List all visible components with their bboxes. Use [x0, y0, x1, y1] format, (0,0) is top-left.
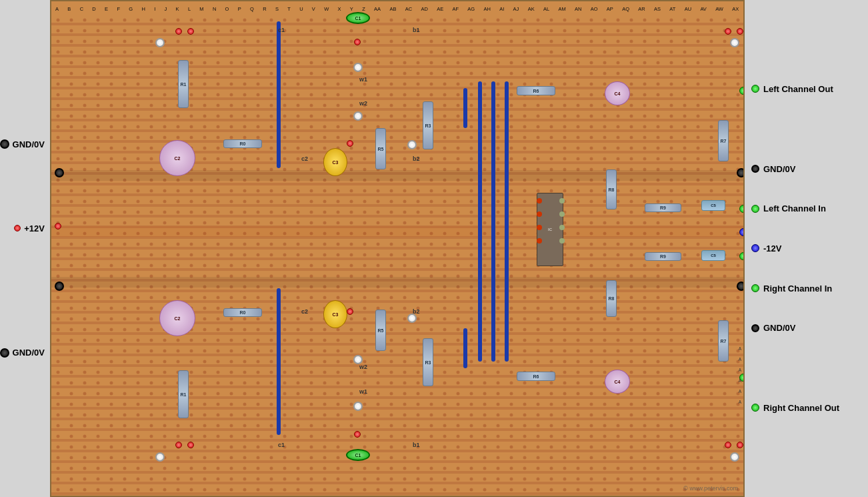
- red-dot-12: [737, 442, 743, 448]
- w1-top-label: w1: [359, 76, 367, 83]
- red-dot-2: [187, 28, 194, 35]
- red-dot-power: [55, 223, 61, 229]
- b1-top-label: b1: [413, 27, 420, 33]
- black-dot-gnd-left-top: [55, 168, 64, 177]
- main-container: GND/0V +12V GND/0V ABCDEFGHIJKLMNOPQRSTU…: [0, 0, 868, 497]
- c3-bot-cap: C3: [323, 300, 347, 328]
- c5-top-cap: C5: [701, 200, 725, 211]
- red-dot-9: [354, 431, 361, 438]
- gnd-right-1-indicator: [751, 165, 759, 173]
- wire-v-6: [463, 88, 467, 128]
- ic-dot-8: [559, 238, 565, 243]
- red-dot-7: [175, 442, 182, 448]
- row-label-a6: A: [739, 400, 741, 404]
- c5-bot-cap: C5: [701, 250, 725, 261]
- power-rail-gnd-left: [51, 170, 743, 181]
- r8-bot-resistor: R8: [606, 280, 617, 317]
- led-left-out: [739, 87, 745, 95]
- red-dot-6: [737, 28, 743, 35]
- c2-bot-cap: C2: [159, 300, 195, 336]
- r5-top-resistor: R5: [375, 128, 386, 169]
- white-dot-top-mid2: [353, 111, 363, 121]
- dot-grid: [51, 15, 743, 496]
- c1-top-cap: C1: [346, 12, 370, 24]
- c3-top-cap: C3: [323, 148, 347, 176]
- right-in-indicator: [751, 284, 759, 292]
- black-dot-gnd-right-bot: [737, 282, 745, 291]
- left-channel-out-label: Left Channel Out: [751, 84, 833, 94]
- black-dot-gnd-left-bot: [55, 282, 64, 291]
- w2-top-label: w2: [359, 100, 367, 107]
- r7-bot-resistor: R7: [718, 320, 729, 362]
- white-dot-bot-mid1: [353, 402, 363, 411]
- power-rail-gnd2: [51, 277, 743, 288]
- row-label-a5: A: [739, 389, 741, 394]
- c4-top-cap: C4: [605, 81, 630, 105]
- gnd-left-label: GND/0V: [0, 139, 45, 149]
- ic-dot-1: [537, 198, 542, 203]
- r1-top-resistor: R1: [178, 60, 189, 108]
- row-label-a3: A: [739, 368, 741, 372]
- row-label-a1: A: [739, 346, 741, 351]
- b1-bot-label: b1: [413, 442, 420, 448]
- minus12-indicator: [751, 244, 759, 252]
- red-dot-3: [354, 39, 361, 45]
- r1-bot-resistor: R1: [178, 370, 189, 418]
- gnd-right-2-label: GND/0V: [751, 323, 795, 333]
- left-out-indicator: [751, 85, 759, 93]
- ic-dot-2: [537, 211, 542, 217]
- r6-bot-resistor: R6: [517, 372, 555, 381]
- gnd-right-2-indicator: [751, 324, 759, 332]
- gnd2-left-label: GND/0V: [0, 348, 45, 358]
- c1-top-label: c1: [278, 27, 285, 33]
- red-dot-11: [725, 442, 731, 448]
- left-channel-in-label: Left Channel In: [751, 203, 826, 213]
- right-out-indicator: [751, 404, 759, 412]
- wire-v-5: [505, 81, 509, 362]
- r0-bot-resistor: R0: [223, 308, 262, 317]
- white-dot-b2-bot: [407, 314, 417, 323]
- red-dot-10: [347, 308, 353, 315]
- row-label-a2: A: [739, 357, 741, 362]
- led-minus12: [739, 228, 745, 236]
- row-label-a4: A: [739, 378, 741, 383]
- col-headers: ABCDEFGHIJKLMNOPQRSTUVWXYZAAABACADAEAFAG…: [51, 3, 743, 15]
- red-dot-4: [347, 140, 353, 147]
- b2-top-label: b2: [413, 155, 420, 162]
- r6-top-resistor: R6: [517, 86, 555, 95]
- c4-bot-cap: C4: [605, 370, 630, 394]
- red-dot-1: [175, 28, 182, 35]
- plus12-dot: [14, 225, 21, 231]
- wire-v-3: [478, 81, 482, 362]
- gnd-left-dot: [0, 139, 9, 149]
- minus12-right-label: -12V: [751, 243, 781, 254]
- r3-top-resistor: R3: [423, 101, 433, 149]
- left-labels: GND/0V +12V GND/0V: [0, 0, 50, 497]
- red-dot-5: [725, 28, 731, 35]
- white-dot-top-mid1: [353, 63, 363, 72]
- right-labels: Left Channel Out GND/0V Left Channel In …: [745, 0, 868, 497]
- right-channel-out-label: Right Channel Out: [751, 403, 839, 413]
- ic-dot-5: [559, 198, 565, 203]
- r7-top-resistor: R7: [718, 120, 729, 161]
- plus12-label: +12V: [14, 223, 45, 233]
- c1-bot-label: c1: [278, 442, 285, 448]
- c2-top-label: c2: [301, 155, 308, 162]
- ic-dot-6: [559, 211, 565, 217]
- r9-top-resistor: R9: [645, 203, 681, 212]
- ic-dot-3: [537, 225, 542, 230]
- wire-v-4: [491, 81, 495, 362]
- white-dot-bot-left: [155, 452, 165, 462]
- r5-bot-resistor: R5: [375, 310, 386, 351]
- left-in-indicator: [751, 205, 759, 213]
- white-dot-top-left: [155, 38, 165, 47]
- black-dot-gnd-right-top: [737, 168, 745, 177]
- wire-v-2: [277, 288, 281, 435]
- w2-bot-label: w2: [359, 364, 367, 370]
- r9-bot-resistor: R9: [645, 252, 681, 261]
- c2-top-cap: C2: [159, 140, 195, 176]
- breadboard: ABCDEFGHIJKLMNOPQRSTUVWXYZAAABACADAEAFAG…: [50, 0, 745, 497]
- white-dot-b2-top: [407, 140, 417, 149]
- ic-dot-7: [559, 225, 565, 230]
- power-rail-12v: [51, 226, 743, 237]
